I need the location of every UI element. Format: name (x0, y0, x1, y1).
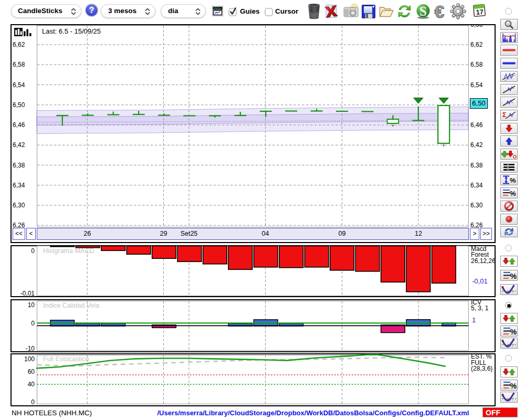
svg-text:Σ: Σ (502, 111, 506, 119)
svg-text:%: % (510, 176, 516, 184)
svg-text:%: % (510, 381, 517, 390)
svg-text:%: % (510, 271, 517, 280)
svg-text:%: % (510, 190, 516, 197)
svg-text:%: % (510, 327, 517, 335)
